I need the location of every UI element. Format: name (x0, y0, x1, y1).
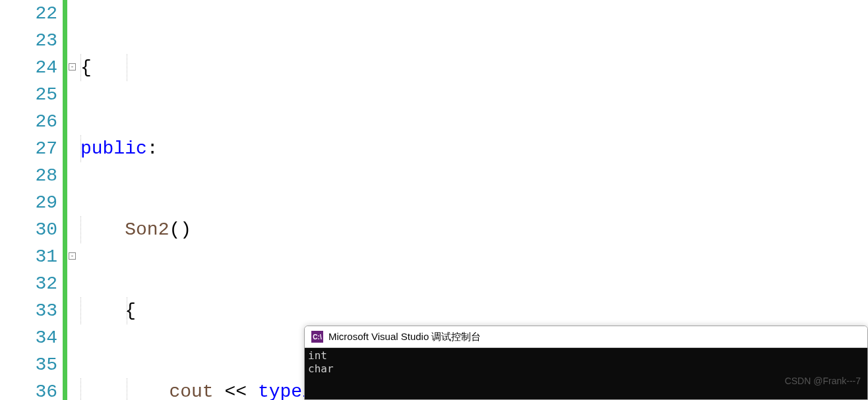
line-number[interactable]: 25 (0, 81, 57, 108)
line-number[interactable]: 24 (0, 54, 57, 81)
line-number[interactable]: 33 (0, 297, 57, 324)
line-number[interactable]: 36 (0, 378, 57, 400)
line-number[interactable]: 23 (0, 27, 57, 54)
line-number[interactable]: 26 (0, 108, 57, 135)
fold-collapse-icon[interactable]: - (69, 252, 76, 260)
console-titlebar[interactable]: C:\ Microsoft Visual Studio 调试控制台 (305, 326, 867, 348)
line-number[interactable]: 29 (0, 189, 57, 216)
console-app-icon: C:\ (311, 331, 323, 343)
line-number[interactable]: 28 (0, 162, 57, 189)
debug-console-window[interactable]: C:\ Microsoft Visual Studio 调试控制台 int ch… (304, 326, 868, 400)
line-number[interactable]: 31 (0, 243, 57, 270)
line-number[interactable]: 22 (0, 0, 57, 27)
line-number[interactable]: 30 (0, 216, 57, 243)
console-title: Microsoft Visual Studio 调试控制台 (328, 331, 481, 343)
console-output-line: int (308, 349, 864, 362)
watermark-text: CSDN @Frank---7 (785, 374, 861, 387)
line-number[interactable]: 27 (0, 135, 57, 162)
console-output[interactable]: int char CSDN @Frank---7 (305, 348, 867, 399)
line-number[interactable]: 32 (0, 270, 57, 297)
line-number[interactable]: 35 (0, 351, 57, 378)
line-number[interactable]: 34 (0, 324, 57, 351)
line-number-gutter: 22 23 24 25 26 27 28 29 30 31 32 33 34 3… (0, 0, 63, 400)
fold-collapse-icon[interactable]: - (69, 63, 76, 71)
change-indicator-bar (63, 0, 67, 400)
fold-column: - - (67, 0, 80, 400)
console-output-line: char (308, 362, 864, 376)
